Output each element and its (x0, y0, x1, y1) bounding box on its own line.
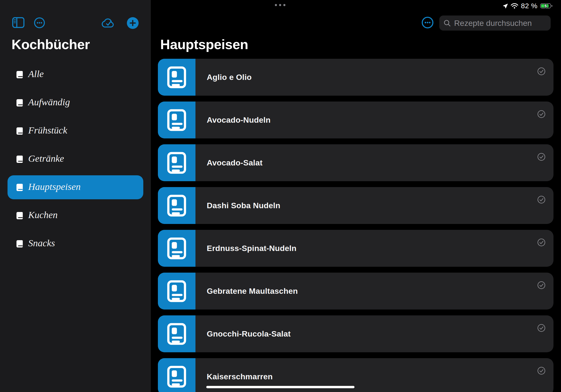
recipes-more-options-button[interactable] (421, 16, 434, 29)
sidebar-item-label: Hauptspeisen (28, 182, 81, 193)
recipe-title: Dashi Soba Nudeln (207, 187, 280, 224)
sidebar-more-options-button[interactable] (34, 17, 45, 28)
recipe-thumbnail (158, 272, 195, 309)
recipe-row[interactable]: Aglio e Olio (158, 59, 553, 96)
recipe-thumbnail (158, 59, 195, 96)
book-icon (15, 70, 24, 79)
sidebar-item-label: Aufwändig (28, 97, 70, 108)
recipe-thumbnail (158, 316, 195, 352)
synced-check-icon (537, 281, 546, 289)
recipe-title: Gnocchi-Rucola-Salat (207, 316, 291, 352)
add-cookbook-button[interactable] (127, 17, 139, 29)
recipe-document-icon (165, 151, 188, 174)
recipe-thumbnail (158, 144, 195, 181)
recipe-thumbnail (158, 187, 195, 224)
search-input[interactable] (454, 18, 546, 28)
add-icon (127, 17, 139, 29)
sidebar-item-frühstück[interactable]: Frühstück (8, 119, 143, 143)
more-options-icon (34, 17, 45, 28)
sidebar: Kochbücher Alle Aufwändig Frühstück Getr… (0, 0, 151, 392)
page-title: Hauptspeisen (160, 37, 248, 52)
recipe-title: Aglio e Olio (207, 59, 252, 96)
cloud-sync-button[interactable] (101, 18, 116, 28)
recipe-document-icon (165, 365, 188, 389)
synced-check-icon (537, 238, 546, 247)
recipe-title: Avocado-Nudeln (207, 101, 271, 138)
search-icon (443, 20, 451, 27)
synced-check-icon (537, 196, 546, 204)
synced-check-icon (537, 367, 546, 375)
cookbook-list: Alle Aufwändig Frühstück Getränke Haupts… (8, 63, 143, 260)
cloud-sync-done-icon (101, 18, 116, 28)
sidebar-item-aufwändig[interactable]: Aufwändig (8, 91, 143, 115)
sidebar-title: Kochbücher (11, 37, 90, 52)
sidebar-item-kuchen[interactable]: Kuchen (8, 204, 143, 228)
synced-check-icon (537, 153, 546, 161)
sidebar-item-hauptspeisen[interactable]: Hauptspeisen (8, 175, 143, 199)
book-icon (15, 155, 24, 163)
sidebar-item-label: Alle (28, 69, 44, 80)
recipe-title: Erdnuss-Spinat-Nudeln (207, 230, 296, 267)
synced-check-icon (537, 110, 546, 118)
recipe-document-icon (165, 194, 188, 218)
recipe-row[interactable]: Erdnuss-Spinat-Nudeln (158, 230, 553, 267)
sidebar-item-alle[interactable]: Alle (8, 63, 143, 87)
sidebar-item-getränke[interactable]: Getränke (8, 147, 143, 171)
recipe-row[interactable]: Avocado-Nudeln (158, 101, 553, 138)
book-icon (15, 211, 24, 220)
recipe-row[interactable]: Gnocchi-Rucola-Salat (158, 316, 553, 352)
sidebar-item-label: Snacks (28, 238, 55, 249)
toggle-sidebar-icon (12, 17, 24, 28)
sidebar-item-label: Kuchen (28, 210, 58, 221)
recipe-row[interactable]: Gebratene Maultaschen (158, 272, 553, 309)
recipe-row[interactable]: Dashi Soba Nudeln (158, 187, 553, 224)
book-icon (15, 127, 24, 135)
home-indicator[interactable] (206, 386, 355, 388)
recipe-document-icon (165, 279, 188, 303)
synced-check-icon (537, 67, 546, 76)
recipe-document-icon (165, 65, 188, 89)
recipe-document-icon (165, 108, 188, 132)
recipe-thumbnail (158, 230, 195, 267)
recipe-document-icon (165, 237, 188, 260)
more-options-icon (421, 16, 434, 29)
app-window: 82 % (0, 0, 561, 392)
book-icon (15, 240, 24, 248)
recipe-thumbnail (158, 101, 195, 138)
recipe-document-icon (165, 322, 188, 346)
recipe-row[interactable]: Avocado-Salat (158, 144, 553, 181)
book-icon (15, 183, 24, 192)
book-icon (15, 99, 24, 107)
sidebar-item-snacks[interactable]: Snacks (8, 232, 143, 256)
synced-check-icon (537, 324, 546, 332)
toggle-sidebar-button[interactable] (12, 17, 24, 28)
recipe-title: Gebratene Maultaschen (207, 272, 298, 309)
recipe-title: Avocado-Salat (207, 144, 263, 181)
sidebar-item-label: Getränke (28, 154, 64, 165)
sidebar-item-label: Frühstück (28, 126, 67, 137)
main-panel: Hauptspeisen Aglio e Olio Avocado-Nudel (151, 0, 561, 392)
recipe-thumbnail (158, 358, 195, 392)
search-field[interactable] (439, 15, 551, 31)
